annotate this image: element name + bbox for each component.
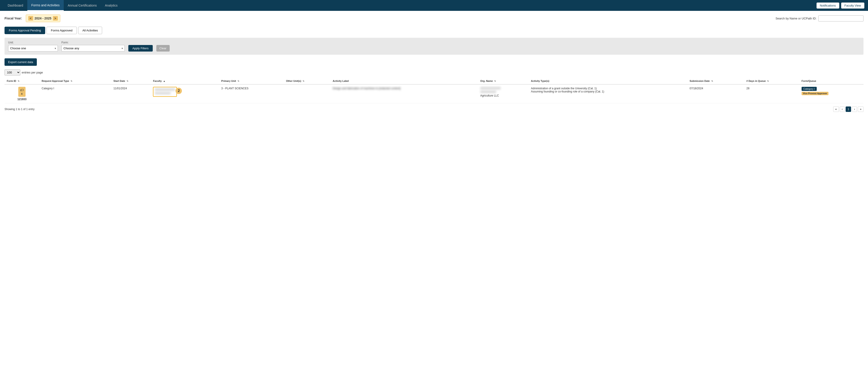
nav-item-forms-activities[interactable]: Forms and Activities	[27, 0, 64, 11]
cell-form-id: 🏷 4 121933	[4, 84, 39, 103]
form-queue-primary-badge: Category I	[802, 87, 817, 91]
unit-select[interactable]: Choose one	[8, 45, 58, 52]
form-queue-sub-badge: Vice Provost Approver	[802, 92, 829, 95]
org-name-blurred-line2	[480, 90, 496, 93]
col-form-id[interactable]: Form ID ⇅	[4, 78, 39, 84]
table-row[interactable]: 🏷 4 121933 Category I 11/01/2024 2 3 - P…	[4, 84, 864, 103]
pagination-controls: « ‹ 1 › »	[833, 107, 864, 112]
sort-other-units-icon: ⇅	[303, 80, 304, 82]
fiscal-year-label: Fiscal Year:	[4, 17, 22, 20]
sort-request-approval-type-icon: ⇅	[70, 80, 72, 82]
fiscal-search-row: Fiscal Year: < 2024 - 2025 > Search by N…	[4, 15, 864, 22]
cell-activity-types: Administration of a grant outside the Un…	[529, 84, 687, 103]
pagination-page-1-button[interactable]: 1	[846, 107, 851, 112]
sort-days-in-queue-icon: ⇅	[767, 80, 769, 82]
fiscal-year-box: < 2024 - 2025 >	[26, 15, 60, 22]
step-badge: 2	[176, 88, 182, 94]
sort-org-name-icon: ⇅	[494, 80, 496, 82]
main-nav: Dashboard Forms and Activities Annual Ce…	[0, 0, 868, 11]
form-filter-label: Form:	[61, 41, 125, 44]
main-content: Fiscal Year: < 2024 - 2025 > Search by N…	[0, 11, 868, 371]
org-name-blurred-line1	[480, 87, 501, 89]
cell-request-approval-type: Category I	[39, 84, 111, 103]
fiscal-prev-button[interactable]: <	[28, 16, 33, 21]
search-area: Search by Name or UCPath ID:	[776, 16, 864, 22]
cell-primary-unit: 3 - PLANT SCIENCES	[219, 84, 284, 103]
fiscal-next-button[interactable]: >	[53, 16, 58, 21]
form-badge: 4	[20, 92, 24, 95]
pagination-next-button[interactable]: ›	[852, 107, 857, 112]
cell-start-date: 11/01/2024	[111, 84, 151, 103]
form-tag-icon: 🏷	[20, 88, 24, 92]
form-select[interactable]: Choose any	[61, 45, 125, 52]
pagination-prev-button[interactable]: ‹	[840, 107, 845, 112]
unit-filter-group: Unit: Choose one ▾	[8, 41, 58, 52]
data-table: Form ID ⇅ Request Approval Type ⇅ Start …	[4, 78, 864, 103]
col-org-name[interactable]: Org. Name ⇅	[478, 78, 529, 84]
search-input[interactable]	[818, 16, 864, 22]
clear-filters-button[interactable]: Clear	[156, 45, 170, 52]
pagination-first-button[interactable]: «	[833, 107, 839, 112]
activity-label-blurred: Design and fabrication of machines to [r…	[333, 87, 401, 90]
col-faculty[interactable]: Faculty ▲	[151, 78, 219, 84]
col-activity-label: Activity Label	[331, 78, 478, 84]
notifications-button[interactable]: Notifications	[816, 2, 839, 8]
cell-days-in-queue: 28	[744, 84, 799, 103]
tab-approval-pending[interactable]: Forms Approval Pending	[4, 27, 45, 34]
apply-filters-button[interactable]: Apply Filters	[128, 45, 153, 52]
sort-primary-unit-icon: ⇅	[238, 80, 239, 82]
filter-bar: Unit: Choose one ▾ Form: Choose any ▾ Ap…	[4, 38, 864, 55]
col-other-units[interactable]: Other Unit(s) ⇅	[284, 78, 331, 84]
tab-group: Forms Approval Pending Forms Approved Al…	[4, 27, 864, 34]
faculty-detail-blurred	[155, 92, 170, 94]
form-icon-box: 🏷 4	[18, 87, 26, 97]
sort-form-id-icon: ⇅	[18, 80, 20, 82]
col-form-queue: Form/Queue	[799, 78, 864, 84]
faculty-name-blurred	[155, 88, 175, 91]
export-button[interactable]: Export current data	[4, 58, 37, 66]
cell-faculty: 2	[151, 84, 219, 103]
fiscal-year-text: 2024 - 2025	[35, 17, 52, 20]
unit-filter-label: Unit:	[8, 41, 58, 44]
nav-item-dashboard[interactable]: Dashboard	[4, 0, 27, 11]
nav-item-analytics[interactable]: Analytics	[101, 0, 122, 11]
sort-submission-date-icon: ⇅	[711, 80, 713, 82]
col-submission-date[interactable]: Submission Date ⇅	[687, 78, 744, 84]
cell-activity-label: Design and fabrication of machines to [r…	[331, 84, 478, 103]
col-request-approval-type[interactable]: Request Approval Type ⇅	[39, 78, 111, 84]
entries-per-page-label: entries per page	[22, 71, 43, 74]
entries-select-wrapper: 10 25 50 100	[4, 69, 20, 76]
col-primary-unit[interactable]: Primary Unit ⇅	[219, 78, 284, 84]
col-activity-types: Activity Type(s)	[529, 78, 687, 84]
search-label: Search by Name or UCPath ID:	[776, 17, 816, 20]
col-days-in-queue[interactable]: # Days in Queue ⇅	[744, 78, 799, 84]
cell-submission-date: 07/18/2024	[687, 84, 744, 103]
pagination-last-button[interactable]: »	[858, 107, 864, 112]
nav-right-buttons: Notifications Faculty View	[816, 2, 864, 8]
data-table-wrapper: Form ID ⇅ Request Approval Type ⇅ Start …	[4, 78, 864, 103]
nav-item-annual-certifications[interactable]: Annual Certifications	[64, 0, 101, 11]
sort-faculty-icon: ▲	[163, 80, 165, 82]
form-select-wrapper: Choose any ▾	[61, 45, 125, 52]
unit-select-wrapper: Choose one ▾	[8, 45, 58, 52]
showing-entries-label: Showing 1 to 1 of 1 entry	[4, 108, 35, 111]
faculty-cell	[153, 87, 177, 97]
entries-per-page-select[interactable]: 10 25 50 100	[4, 69, 20, 76]
col-start-date[interactable]: Start Date ⇅	[111, 78, 151, 84]
cell-form-queue: Category I Vice Provost Approver	[799, 84, 864, 103]
sort-start-date-icon: ⇅	[126, 80, 128, 82]
tab-forms-approved[interactable]: Forms Approved	[46, 27, 76, 34]
faculty-view-button[interactable]: Faculty View	[841, 2, 864, 8]
cell-org-name: Agriculture LLC	[478, 84, 529, 103]
pagination-row: Showing 1 to 1 of 1 entry « ‹ 1 › »	[4, 107, 864, 112]
form-number: 121933	[18, 98, 26, 101]
tab-all-activities[interactable]: All Activities	[78, 27, 102, 34]
org-name-suffix: Agriculture LLC	[480, 94, 499, 97]
form-id-cell: 🏷 4 121933	[7, 87, 37, 101]
cell-other-units	[284, 84, 331, 103]
table-header-row: Form ID ⇅ Request Approval Type ⇅ Start …	[4, 78, 864, 84]
entries-row: 10 25 50 100 entries per page	[4, 69, 864, 76]
form-filter-group: Form: Choose any ▾	[61, 41, 125, 52]
